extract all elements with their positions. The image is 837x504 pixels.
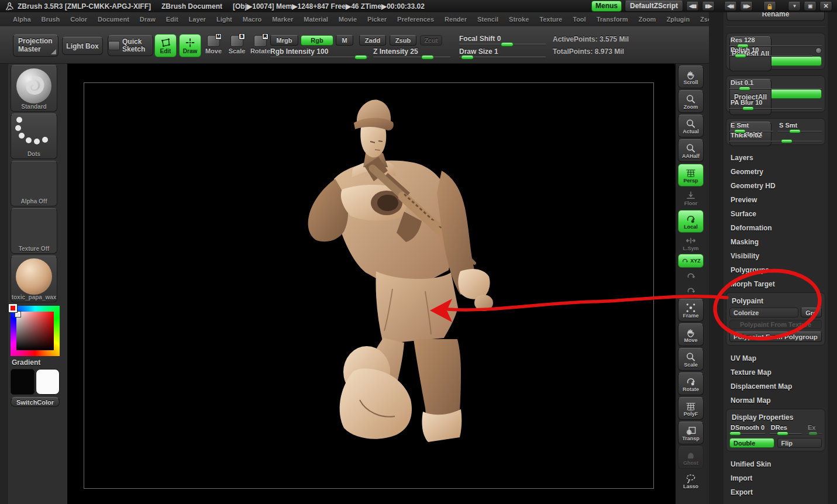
main-color-swatch[interactable] bbox=[11, 369, 35, 395]
stroke-selector[interactable]: Dots bbox=[11, 113, 57, 159]
menu-zplugin[interactable]: Zplugin bbox=[666, 16, 690, 23]
mrgb-button[interactable]: Mrgb bbox=[270, 35, 298, 46]
section-visibility[interactable]: Visibility bbox=[726, 249, 825, 263]
alpha-selector[interactable]: Alpha Off bbox=[11, 161, 57, 206]
section-import[interactable]: Import bbox=[726, 471, 825, 485]
spin-y-button[interactable] bbox=[678, 270, 704, 282]
dist-knob[interactable] bbox=[739, 87, 750, 91]
menu-alpha[interactable]: Alpha bbox=[13, 16, 31, 23]
menu-stencil[interactable]: Stencil bbox=[477, 16, 498, 23]
display-properties-header[interactable]: Display Properties bbox=[729, 412, 822, 424]
rotate-tool-button[interactable]: R Rotate bbox=[249, 35, 271, 54]
esmt-slider[interactable]: E Smt bbox=[729, 122, 773, 132]
rgb-intensity-knob[interactable] bbox=[354, 55, 367, 60]
menu-stroke[interactable]: Stroke bbox=[509, 16, 529, 23]
rgb-button[interactable]: Rgb bbox=[301, 35, 333, 46]
actual-button[interactable]: Actual bbox=[678, 115, 704, 137]
thick-knob[interactable] bbox=[781, 139, 793, 143]
section-preview[interactable]: Preview bbox=[726, 193, 825, 207]
scale-canvas-button[interactable]: Scale bbox=[678, 348, 704, 371]
menu-tool[interactable]: Tool bbox=[573, 16, 585, 23]
saturation-square[interactable] bbox=[16, 312, 54, 350]
close-button[interactable]: ✕ bbox=[819, 2, 832, 11]
lsym-button[interactable]: L.Sym bbox=[678, 234, 704, 252]
light-box-button[interactable]: Light Box bbox=[62, 37, 103, 55]
menu-light[interactable]: Light bbox=[216, 16, 232, 23]
thick-slider[interactable]: Thick 0.02 bbox=[729, 132, 822, 141]
restore-button[interactable]: ▣ bbox=[804, 2, 817, 11]
polypaint-from-polygroup-button[interactable]: Polypaint From Polygroup bbox=[729, 332, 822, 342]
section-masking[interactable]: Masking bbox=[726, 235, 825, 249]
menu-transform[interactable]: Transform bbox=[597, 16, 628, 23]
polish-radio-icon[interactable] bbox=[815, 47, 822, 54]
pablur-knob[interactable] bbox=[742, 106, 754, 111]
scale-tool-button[interactable]: S Scale bbox=[226, 35, 248, 54]
rotate-canvas-button[interactable]: Rotate bbox=[678, 372, 704, 395]
rgb-intensity-slider[interactable]: Rgb Intensity 100 bbox=[270, 47, 368, 58]
default-zscript-button[interactable]: DefaultZScript bbox=[625, 1, 683, 12]
persp-button[interactable]: Persp bbox=[678, 164, 704, 187]
section-normal-map[interactable]: Normal Map bbox=[726, 393, 825, 408]
dist-slider[interactable]: Dist 0.1 bbox=[729, 79, 822, 89]
focal-shift-knob[interactable] bbox=[501, 42, 514, 47]
menu-color[interactable]: Color bbox=[70, 16, 87, 23]
divider-left-button[interactable]: ◀▮▮ bbox=[686, 2, 699, 11]
section-export[interactable]: Export bbox=[726, 485, 825, 499]
sculpt-model-soldier[interactable] bbox=[278, 96, 523, 453]
aahalf-button[interactable]: AAHalf bbox=[678, 139, 704, 162]
section-deformation[interactable]: Deformation bbox=[726, 221, 825, 235]
section-geometry[interactable]: Geometry bbox=[726, 165, 825, 179]
quick-sketch-button[interactable]: Quick Sketch bbox=[108, 35, 153, 56]
menu-marker[interactable]: Marker bbox=[272, 16, 293, 23]
menu-render[interactable]: Render bbox=[445, 16, 467, 23]
section-geometry-hd[interactable]: Geometry HD bbox=[726, 179, 825, 193]
pablur-slider[interactable]: PA Blur 10 bbox=[729, 99, 822, 109]
draw-size-knob[interactable] bbox=[461, 55, 474, 60]
section-uv-map[interactable]: UV Map bbox=[726, 351, 825, 365]
focal-shift-slider[interactable]: Focal Shift 0 bbox=[459, 34, 546, 45]
zoom-button[interactable]: Zoom bbox=[678, 90, 704, 113]
polish-slider[interactable]: Polish 10 bbox=[729, 46, 822, 56]
draw-mode-button[interactable]: Draw bbox=[179, 34, 201, 57]
section-surface[interactable]: Surface bbox=[726, 207, 825, 221]
menu-preferences[interactable]: Preferences bbox=[397, 16, 434, 23]
secondary-color-swatch[interactable] bbox=[36, 369, 60, 395]
ex-knob[interactable] bbox=[808, 431, 818, 436]
menu-macro[interactable]: Macro bbox=[243, 16, 261, 23]
zcut-button[interactable]: Zcut bbox=[420, 35, 442, 46]
menu-zoom[interactable]: Zoom bbox=[638, 16, 656, 23]
section-unified-skin[interactable]: Unified Skin bbox=[726, 457, 825, 471]
document-canvas[interactable] bbox=[67, 64, 676, 504]
dres-knob[interactable] bbox=[777, 431, 788, 436]
texture-selector[interactable]: Texture Off bbox=[11, 208, 57, 254]
section-morph-target[interactable]: Morph Target bbox=[726, 277, 825, 291]
dsmooth-knob[interactable] bbox=[729, 431, 741, 436]
menu-edit[interactable]: Edit bbox=[166, 16, 178, 23]
ghost-button[interactable]: Ghost bbox=[678, 446, 704, 469]
colorize-button[interactable]: Colorize bbox=[729, 308, 798, 317]
section-layers[interactable]: Layers bbox=[726, 151, 825, 165]
z-intensity-knob[interactable] bbox=[421, 55, 434, 60]
menu-texture[interactable]: Texture bbox=[539, 16, 562, 23]
material-selector[interactable]: toxic_papa_wax bbox=[11, 256, 57, 302]
polyframe-button[interactable]: PolyF bbox=[678, 397, 704, 420]
menu-layer[interactable]: Layer bbox=[189, 16, 206, 23]
ssmt-slider[interactable]: S Smt bbox=[778, 122, 822, 132]
draw-size-slider[interactable]: Draw Size 1 bbox=[459, 47, 546, 58]
edit-mode-button[interactable]: Edit bbox=[154, 34, 177, 57]
brush-selector[interactable]: Standard bbox=[11, 65, 57, 112]
xyz-button[interactable]: XYZ bbox=[678, 254, 704, 268]
color-picker[interactable] bbox=[11, 306, 60, 356]
menu-draw[interactable]: Draw bbox=[140, 16, 156, 23]
dres-slider[interactable]: DRes bbox=[770, 424, 802, 434]
menu-movie[interactable]: Movie bbox=[339, 16, 357, 23]
zadd-button[interactable]: Zadd bbox=[359, 35, 386, 46]
grd-button[interactable]: Grd bbox=[801, 308, 822, 317]
menu-document[interactable]: Document bbox=[98, 16, 129, 23]
menus-button[interactable]: Menus bbox=[591, 1, 622, 12]
section-texture-map[interactable]: Texture Map bbox=[726, 365, 825, 379]
switch-color-button[interactable]: SwitchColor bbox=[11, 397, 60, 407]
transparency-button[interactable]: Transp bbox=[678, 422, 704, 444]
panel-right-button[interactable]: ▣▶ bbox=[740, 2, 753, 11]
floor-button[interactable]: Floor bbox=[678, 188, 704, 208]
